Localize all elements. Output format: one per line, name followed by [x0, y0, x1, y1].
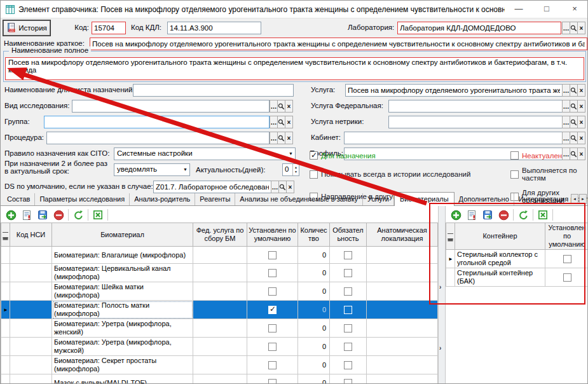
- required-flag-cell[interactable]: [330, 338, 367, 356]
- short-name-input[interactable]: [90, 38, 587, 50]
- default-flag-cell[interactable]: [247, 264, 298, 282]
- clear-button[interactable]: ×: [577, 132, 585, 144]
- anatomy-cell[interactable]: [367, 247, 438, 264]
- tab-5[interactable]: Услуги: [363, 193, 394, 205]
- fed-service-cell[interactable]: [193, 374, 247, 384]
- checkbox[interactable]: [344, 343, 352, 351]
- checkbox-1[interactable]: Неактуален: [510, 151, 587, 160]
- clear-button[interactable]: ×: [577, 84, 585, 97]
- table-row[interactable]: Биоматериал: Уретра (микрофлора, мужской…: [1, 338, 438, 356]
- service-metrics-input[interactable]: [388, 116, 563, 128]
- delete-button[interactable]: [497, 209, 510, 221]
- clear-button[interactable]: ×: [285, 116, 293, 128]
- clear-button[interactable]: ×: [285, 100, 293, 113]
- repeat-select[interactable]: уведомлять▼: [114, 163, 190, 176]
- checkbox[interactable]: [344, 361, 352, 369]
- clear-button[interactable]: ×: [285, 132, 293, 144]
- checkbox[interactable]: [268, 251, 277, 259]
- group-input[interactable]: [44, 116, 270, 128]
- default-flag-cell[interactable]: [247, 338, 298, 356]
- service-federal-input[interactable]: [388, 100, 563, 113]
- checkbox[interactable]: [344, 269, 352, 277]
- quantity-cell[interactable]: 0: [298, 319, 330, 338]
- table-row[interactable]: Стерильный контейнер (БАК): [446, 268, 588, 287]
- code-input[interactable]: [92, 22, 126, 34]
- default-flag-cell[interactable]: [247, 282, 298, 301]
- biomaterial-cell[interactable]: Мазок с вульвы(MALDI-TOF): [52, 374, 193, 384]
- quantity-cell[interactable]: 0: [298, 338, 330, 356]
- service-input[interactable]: [345, 84, 563, 97]
- column-header-0[interactable]: Код НСИ: [10, 223, 52, 247]
- default-flag-cell[interactable]: [247, 319, 298, 338]
- order-sheet-input[interactable]: [133, 84, 294, 97]
- splitter-arrow-icon[interactable]: ›: [439, 345, 441, 352]
- clear-button[interactable]: ×: [577, 22, 585, 34]
- refresh-button[interactable]: [72, 209, 85, 221]
- refresh-button[interactable]: [517, 209, 530, 221]
- nsi-code-cell[interactable]: [10, 356, 52, 374]
- anatomy-cell[interactable]: [367, 319, 438, 338]
- checkbox-box[interactable]: [310, 170, 318, 179]
- checkbox[interactable]: [563, 255, 571, 263]
- excel-button[interactable]: [92, 209, 104, 221]
- table-row[interactable]: Биоматериал: Секрет простаты (микрофлора…: [1, 356, 438, 374]
- checkbox[interactable]: [268, 379, 277, 384]
- fed-service-cell[interactable]: [193, 282, 247, 301]
- row-marker-cell[interactable]: ►: [1, 301, 10, 319]
- required-flag-cell[interactable]: [330, 282, 367, 301]
- tab-6[interactable]: Биоматериалы: [394, 192, 455, 206]
- checkbox[interactable]: [268, 324, 277, 333]
- spinner-arrows-icon[interactable]: ▲▼: [292, 164, 299, 175]
- quantity-cell[interactable]: 0: [298, 282, 330, 301]
- tab-2[interactable]: Анализ-родитель: [130, 193, 195, 205]
- anatomy-cell[interactable]: [367, 264, 438, 282]
- edit-button[interactable]: [465, 209, 478, 221]
- cito-rule-select[interactable]: Системные настройки▼: [114, 147, 296, 160]
- tab-3[interactable]: Реагенты: [195, 193, 235, 205]
- kdl-code-input[interactable]: [167, 22, 261, 34]
- row-marker-cell[interactable]: [1, 282, 10, 301]
- tab-4[interactable]: Анализы не объединяемые в заявку: [235, 193, 363, 205]
- biomaterial-cell[interactable]: Биоматериал: Уретра (микрофлора, мужской…: [52, 338, 193, 356]
- full-name-textarea[interactable]: Посев на микрофлору отделяемого урогенит…: [5, 57, 584, 80]
- default-flag-cell[interactable]: [545, 250, 588, 268]
- default-flag-cell[interactable]: [545, 268, 588, 287]
- add-button[interactable]: [449, 209, 462, 221]
- checkbox[interactable]: [563, 273, 571, 282]
- fed-service-cell[interactable]: [193, 301, 247, 319]
- anatomy-cell[interactable]: [367, 338, 438, 356]
- tab-1[interactable]: Параметры исследования: [35, 193, 130, 205]
- column-header-0[interactable]: Контейнер: [455, 223, 545, 250]
- default-flag-cell[interactable]: [247, 374, 298, 384]
- column-header-1[interactable]: Установлен по умолчанию: [545, 223, 588, 250]
- checkbox[interactable]: [268, 361, 277, 369]
- row-marker-cell[interactable]: [1, 356, 10, 374]
- history-button[interactable]: 100 История: [3, 20, 50, 36]
- checkbox-0[interactable]: Для назначения: [310, 151, 510, 160]
- add-button[interactable]: [4, 209, 17, 221]
- clear-button[interactable]: ×: [577, 100, 585, 113]
- fed-service-cell[interactable]: [193, 319, 247, 338]
- tab-scroll-right-button[interactable]: ►: [579, 194, 587, 204]
- checkbox-3[interactable]: Выполняется по частям: [510, 167, 587, 182]
- delete-button[interactable]: [52, 209, 65, 221]
- anatomy-cell[interactable]: [367, 374, 438, 384]
- nsi-code-cell[interactable]: [10, 282, 52, 301]
- edit-button[interactable]: [20, 209, 33, 221]
- table-row[interactable]: Биоматериал: Цервикальный канал (микрофл…: [1, 264, 438, 282]
- ds-default-input[interactable]: [153, 181, 271, 193]
- excel-button[interactable]: [537, 209, 549, 221]
- quantity-cell[interactable]: 0: [298, 301, 330, 319]
- fed-service-cell[interactable]: [193, 356, 247, 374]
- tab-scroll-left-button[interactable]: ◄: [571, 194, 578, 204]
- table-row[interactable]: Биоматериал: Уретра (микрофлора, женский…: [1, 319, 438, 338]
- biomaterial-cell[interactable]: Биоматериал: Уретра (микрофлора, женский…: [52, 319, 193, 338]
- container-cell[interactable]: Стерильный контейнер (БАК): [455, 268, 545, 287]
- required-flag-cell[interactable]: [330, 319, 367, 338]
- quantity-cell[interactable]: 0: [298, 247, 330, 264]
- panel-splitter[interactable]: › ›: [438, 206, 446, 384]
- row-marker-cell[interactable]: [1, 338, 10, 356]
- maximize-button[interactable]: □: [533, 1, 561, 18]
- clear-button[interactable]: ×: [577, 116, 585, 128]
- table-row[interactable]: Биоматериал: Шейка матки (микрофлора)0: [1, 282, 438, 301]
